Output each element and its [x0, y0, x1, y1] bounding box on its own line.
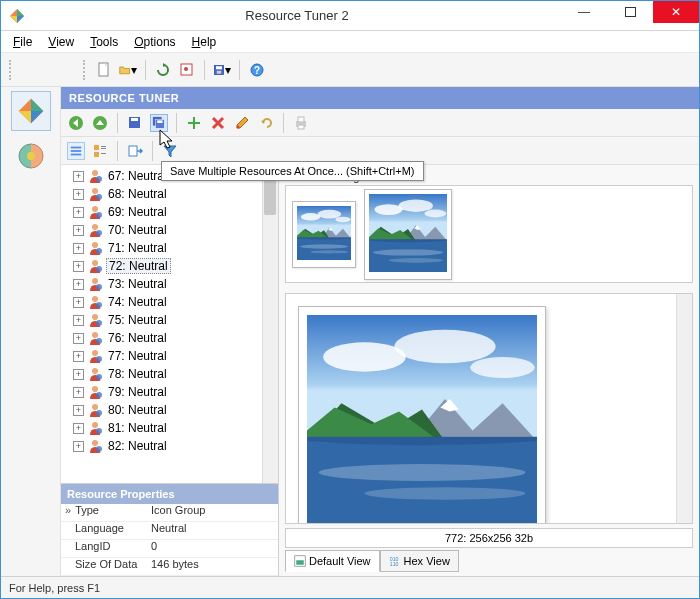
tree-item[interactable]: +79: Neutral	[65, 383, 278, 401]
expand-icon[interactable]: +	[73, 315, 84, 326]
menu-options[interactable]: Options	[128, 33, 181, 51]
menu-tools[interactable]: Tools	[84, 33, 124, 51]
minimize-button[interactable]: —	[561, 1, 607, 23]
tree-item-label: 76: Neutral	[106, 331, 169, 345]
status-text: For Help, press F1	[9, 582, 100, 594]
property-key: LangID	[61, 540, 151, 557]
save-resource-icon[interactable]	[126, 114, 144, 132]
new-file-icon[interactable]	[95, 61, 113, 79]
tree-item[interactable]: +68: Neutral	[65, 185, 278, 203]
help-icon[interactable]: ?	[248, 61, 266, 79]
svg-point-19	[27, 152, 35, 160]
recent-icon[interactable]	[178, 61, 196, 79]
tree-item[interactable]: +69: Neutral	[65, 203, 278, 221]
tree-item[interactable]: +77: Neutral	[65, 347, 278, 365]
preview-area[interactable]	[285, 293, 693, 524]
expand-icon[interactable]: +	[73, 441, 84, 452]
expand-icon[interactable]: +	[73, 387, 84, 398]
menu-file[interactable]: File	[7, 33, 38, 51]
thumbnail-medium[interactable]	[364, 189, 452, 280]
tree-item[interactable]: +70: Neutral	[65, 221, 278, 239]
svg-rect-9	[625, 8, 635, 17]
refresh-icon[interactable]	[154, 61, 172, 79]
expand-icon[interactable]: +	[73, 243, 84, 254]
menu-view[interactable]: View	[42, 33, 80, 51]
tooltip: Save Multiple Resources At Once... (Shif…	[161, 161, 424, 181]
save-multiple-icon[interactable]	[150, 114, 168, 132]
export-icon[interactable]	[126, 142, 144, 160]
toolbar-grip[interactable]	[9, 60, 13, 80]
svg-rect-38	[101, 153, 106, 154]
left-rail	[1, 87, 61, 576]
property-key: Size Of Data	[61, 558, 151, 575]
expand-icon[interactable]: +	[73, 369, 84, 380]
maximize-button[interactable]	[607, 1, 653, 23]
property-key: Language	[61, 522, 151, 539]
resource-icon	[87, 348, 103, 364]
back-icon[interactable]	[67, 114, 85, 132]
tree-item[interactable]: +82: Neutral	[65, 437, 278, 455]
expand-icon[interactable]: +	[73, 423, 84, 434]
tree-item-label: 74: Neutral	[106, 295, 169, 309]
resource-icon	[87, 276, 103, 292]
tree-item[interactable]: +72: Neutral	[65, 257, 278, 275]
expand-icon[interactable]: +	[73, 171, 84, 182]
resource-icon	[87, 312, 103, 328]
tree-item[interactable]: +73: Neutral	[65, 275, 278, 293]
close-button[interactable]: ✕	[653, 1, 699, 23]
tree-item-label: 71: Neutral	[106, 241, 169, 255]
tree-item[interactable]: +80: Neutral	[65, 401, 278, 419]
main-toolbar: ▾ ▾ ?	[1, 53, 699, 87]
expand-icon[interactable]: +	[73, 333, 84, 344]
tree-item-label: 77: Neutral	[106, 349, 169, 363]
svg-rect-35	[101, 146, 106, 147]
banner: RESOURCE TUNER	[61, 87, 699, 109]
expand-icon[interactable]: +	[73, 261, 84, 272]
tree-item[interactable]: +78: Neutral	[65, 365, 278, 383]
filter-icon[interactable]	[161, 142, 179, 160]
properties-panel: Resource Properties TypeIcon GroupLangua…	[61, 483, 278, 576]
tab-hex-view[interactable]: 010110 Hex View	[380, 550, 459, 572]
open-folder-icon[interactable]: ▾	[119, 61, 137, 79]
tab-hex-label: Hex View	[404, 555, 450, 567]
up-icon[interactable]	[91, 114, 109, 132]
toolbar-grip[interactable]	[83, 60, 87, 80]
expand-icon[interactable]: +	[73, 297, 84, 308]
edit-icon[interactable]	[233, 114, 251, 132]
resource-tree[interactable]: +67: Neutral+68: Neutral+69: Neutral+70:…	[61, 165, 278, 483]
tree-item[interactable]: +74: Neutral	[65, 293, 278, 311]
expand-icon[interactable]: +	[73, 279, 84, 290]
expand-icon[interactable]: +	[73, 351, 84, 362]
tree-item[interactable]: +81: Neutral	[65, 419, 278, 437]
rail-resource-button[interactable]	[11, 91, 51, 131]
thumbnail-small[interactable]	[292, 201, 356, 268]
preview-panel: Selected Image 772: 256x256 32b Default …	[279, 165, 699, 576]
property-value: Neutral	[151, 522, 278, 539]
undo-icon[interactable]	[257, 114, 275, 132]
expand-icon[interactable]: +	[73, 207, 84, 218]
resource-icon	[87, 366, 103, 382]
tab-default-view[interactable]: Default View	[285, 550, 380, 572]
tree-item[interactable]: +71: Neutral	[65, 239, 278, 257]
delete-icon[interactable]	[209, 114, 227, 132]
rail-globe-button[interactable]	[16, 141, 46, 174]
menu-help[interactable]: Help	[186, 33, 223, 51]
tree-item[interactable]: +76: Neutral	[65, 329, 278, 347]
resource-icon	[87, 222, 103, 238]
tree-item[interactable]: +75: Neutral	[65, 311, 278, 329]
detail-view-icon[interactable]	[91, 142, 109, 160]
expand-icon[interactable]: +	[73, 189, 84, 200]
svg-rect-31	[71, 146, 82, 148]
expand-icon[interactable]: +	[73, 225, 84, 236]
svg-rect-15	[217, 70, 222, 73]
tree-scrollbar[interactable]	[262, 165, 278, 483]
save-icon[interactable]: ▾	[213, 61, 231, 79]
preview-scrollbar[interactable]	[676, 294, 692, 523]
svg-point-12	[184, 67, 188, 71]
add-icon[interactable]	[185, 114, 203, 132]
svg-rect-32	[71, 150, 82, 152]
expand-icon[interactable]: +	[73, 405, 84, 416]
list-view-icon[interactable]	[67, 142, 85, 160]
print-icon[interactable]	[292, 114, 310, 132]
resource-icon	[87, 384, 103, 400]
